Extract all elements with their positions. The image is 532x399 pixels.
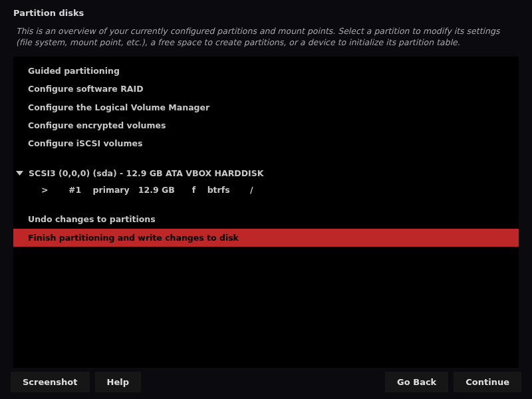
- option-guided-partitioning[interactable]: Guided partitioning: [13, 62, 519, 80]
- partition-row-1[interactable]: > #1 primary 12.9 GB f btrfs /: [13, 182, 519, 198]
- help-button[interactable]: Help: [95, 372, 141, 392]
- page-title: Partition disks: [0, 0, 532, 23]
- option-configure-lvm[interactable]: Configure the Logical Volume Manager: [13, 98, 519, 116]
- go-back-button[interactable]: Go Back: [385, 372, 448, 392]
- triangle-down-icon: [16, 170, 23, 177]
- disk-label: SCSI3 (0,0,0) (sda) - 12.9 GB ATA VBOX H…: [29, 167, 263, 180]
- disk-row-sda[interactable]: SCSI3 (0,0,0) (sda) - 12.9 GB ATA VBOX H…: [13, 165, 519, 182]
- option-configure-iscsi-volumes[interactable]: Configure iSCSI volumes: [13, 134, 519, 152]
- option-undo-changes[interactable]: Undo changes to partitions: [13, 210, 519, 228]
- spacer: [13, 153, 519, 165]
- option-configure-software-raid[interactable]: Configure software RAID: [13, 80, 519, 98]
- spacer: [13, 198, 519, 210]
- footer-bar: Screenshot Help Go Back Continue: [0, 371, 532, 399]
- continue-button[interactable]: Continue: [454, 372, 521, 392]
- screenshot-button[interactable]: Screenshot: [11, 372, 90, 392]
- option-configure-encrypted-volumes[interactable]: Configure encrypted volumes: [13, 116, 519, 134]
- svg-marker-0: [16, 171, 23, 176]
- option-finish-partitioning[interactable]: Finish partitioning and write changes to…: [13, 229, 519, 247]
- partition-panel: Guided partitioning Configure software R…: [13, 57, 519, 368]
- page-description: This is an overview of your currently co…: [0, 23, 532, 57]
